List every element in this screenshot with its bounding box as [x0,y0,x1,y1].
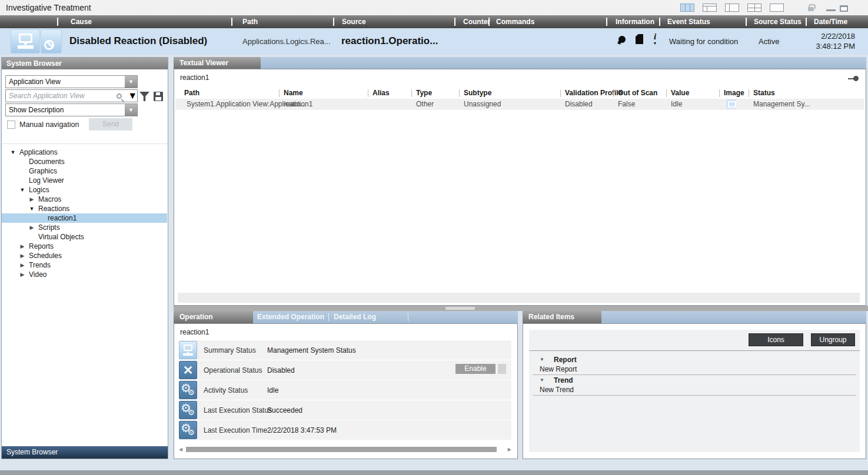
table-column-alias[interactable]: Alias [373,89,390,97]
column-divider [459,89,460,97]
tree-item-schedules[interactable]: ▶Schedules [2,251,167,260]
event-row[interactable]: Disabled Reaction (Disabled) Application… [0,28,868,55]
document-icon[interactable] [636,34,643,44]
monitor-stand-glyph [187,352,189,353]
enable-button[interactable]: Enable [455,364,495,374]
column-header-date-time[interactable]: Date/Time [814,18,847,26]
column-header-source-status[interactable]: Source Status [754,18,802,26]
lock-icon[interactable] [808,7,814,11]
event-time: 3:48:12 PM [803,41,855,51]
expanded-arrow-icon[interactable]: ▼ [540,377,544,383]
chevron-down-icon[interactable]: ▼ [125,104,137,116]
layout-left-pane-icon[interactable] [725,4,739,12]
pin-icon[interactable] [848,76,859,81]
tree-item-scripts[interactable]: ▶Scripts [2,223,167,232]
layout-quad-icon[interactable] [747,4,761,12]
tab-detailed-log[interactable]: Detailed Log [334,313,376,321]
manual-navigation-checkbox[interactable] [7,121,15,129]
column-header-path[interactable]: Path [242,18,258,26]
system-browser-footer-tab[interactable]: System Browser [2,446,168,459]
table-column-name[interactable]: Name [284,89,303,97]
related-group-report[interactable]: ▼Report [529,354,860,365]
column-header-information[interactable]: Information [616,18,654,26]
tab-extended-operation[interactable]: Extended Operation [257,313,324,321]
horizontal-splitter[interactable] [174,306,868,311]
related-item-new-report[interactable]: New Report [533,365,856,375]
related-items-content: Icons Ungroup ▼ReportNew Report▼TrendNew… [529,330,860,452]
command-extra-button[interactable] [498,364,506,374]
tree-item-reactions[interactable]: ▼Reactions [2,204,167,213]
chevron-down-icon[interactable]: ▼ [128,91,137,101]
table-column-image[interactable]: Image [724,89,744,97]
table-column-value[interactable]: Value [671,89,689,97]
table-column-status[interactable]: Status [753,89,775,97]
column-header-source[interactable]: Source [342,18,366,26]
tab-related-items[interactable]: Related Items [523,311,601,323]
collapsed-arrow-icon[interactable]: ▶ [28,196,36,203]
monitor-glyph [184,344,192,351]
tree-item-documents[interactable]: Documents [2,157,167,166]
expanded-arrow-icon[interactable]: ▼ [28,205,36,212]
balloon-icon[interactable] [618,36,626,43]
horizontal-scrollbar[interactable]: ◀ ▶ [179,446,511,453]
related-group-trend[interactable]: ▼Trend [529,375,860,386]
ungroup-button[interactable]: Ungroup [811,333,855,346]
event-cause: Disabled Reaction (Disabled) [69,35,207,47]
icons-button[interactable]: Icons [749,333,803,346]
collapsed-arrow-icon[interactable]: ▶ [18,243,26,250]
save-icon[interactable] [154,92,163,101]
expanded-arrow-icon[interactable]: ▼ [540,357,544,362]
collapsed-arrow-icon[interactable]: ▶ [18,252,26,259]
layout-three-pane-icon[interactable] [680,4,694,12]
table-column-path[interactable]: Path [184,89,199,97]
tree-item-log-viewer[interactable]: Log Viewer [2,176,167,185]
column-header-cause[interactable]: Cause [71,18,92,26]
table-column-subtype[interactable]: Subtype [464,89,491,97]
tree-item-reports[interactable]: ▶Reports [2,242,167,251]
scrollbar-thumb[interactable] [186,447,497,452]
scroll-right-icon[interactable]: ▶ [508,447,511,452]
tree-item-label: Applications [19,148,58,156]
chevron-down-icon[interactable]: ▼ [125,76,137,88]
filter-icon[interactable] [139,92,149,101]
description-selector[interactable]: Show Description ▼ [5,103,138,116]
tab-operation[interactable]: Operation [174,311,253,323]
layout-single-pane-icon[interactable] [770,4,784,12]
related-item-new-trend[interactable]: New Trend [533,386,856,396]
tree-item-logics[interactable]: ▼Logics [2,185,167,195]
tree-item-reaction1[interactable]: reaction1 [2,213,167,223]
column-header-event-status[interactable]: Event Status [667,18,710,26]
tree-item-applications[interactable]: ▼Applications [2,148,167,157]
expanded-arrow-icon[interactable]: ▼ [18,186,26,193]
gear-glyph: ⚙ [188,408,195,417]
minimize-button[interactable] [826,9,836,11]
collapsed-arrow-icon[interactable]: ▶ [28,224,36,231]
tree-item-trends[interactable]: ▶Trends [2,260,167,270]
horizontal-scrollbar[interactable] [178,293,860,303]
table-row[interactable]: System1.Application View:Applicatio...re… [175,99,864,110]
event-source-icon[interactable] [11,29,62,53]
tree-item-virtual-objects[interactable]: Virtual Objects [2,232,167,242]
tree-item-label: Video [29,270,46,279]
column-header-commands[interactable]: Commands [496,18,534,26]
table-column-out-of-scan[interactable]: Out of Scan [618,89,657,97]
scroll-left-icon[interactable]: ◀ [179,447,182,452]
search-box[interactable]: ▼ [5,89,138,102]
column-header-counter[interactable]: Counter [463,18,490,26]
info-icon: i [651,32,659,41]
collapsed-arrow-icon[interactable]: ▶ [18,271,26,278]
related-group-name: Report [554,356,577,364]
view-selector[interactable]: Application View ▼ [5,75,138,88]
tree-item-graphics[interactable]: Graphics [2,166,167,176]
search-input[interactable] [6,92,117,100]
expanded-arrow-icon[interactable]: ▼ [9,149,17,156]
table-column-type[interactable]: Type [416,89,432,97]
tree-item-macros[interactable]: ▶Macros [2,195,167,204]
tree-item-video[interactable]: ▶Video [2,270,167,279]
send-button[interactable]: Send [89,118,132,131]
tab-textual-viewer[interactable]: Textual Viewer [174,57,261,69]
layout-top-left-icon[interactable] [703,4,717,12]
collapsed-arrow-icon[interactable]: ▶ [18,262,26,269]
maximize-button[interactable] [840,5,848,12]
info-dropdown[interactable]: i ▼ [651,32,659,46]
